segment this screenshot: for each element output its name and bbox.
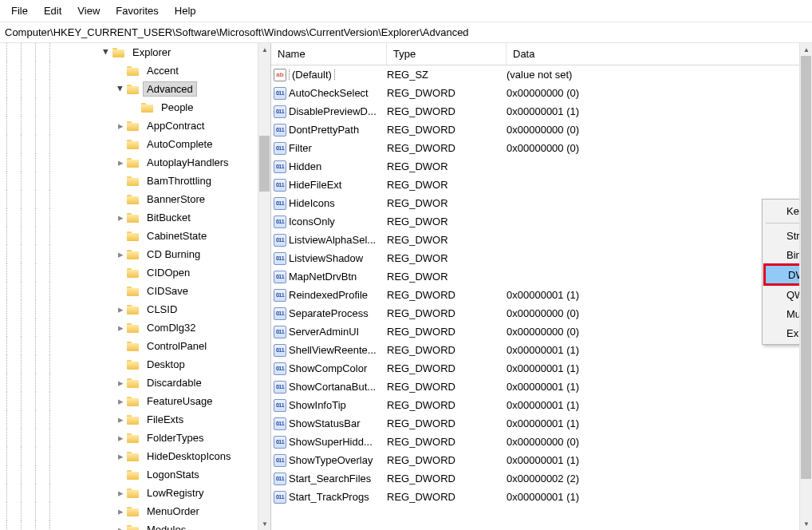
tree-item[interactable]: People <box>0 98 270 117</box>
value-row[interactable]: 011ServerAdminUIREG_DWORD0x00000000 (0) <box>271 322 812 341</box>
tree-item[interactable]: ▸AutoplayHandlers <box>0 153 270 172</box>
tree-item[interactable]: ▸HideDesktopIcons <box>0 447 270 465</box>
value-row[interactable]: 011ShellViewReente...REG_DWORD0x00000001… <box>271 341 812 359</box>
tree-toggle-icon[interactable] <box>115 66 127 75</box>
value-row[interactable]: 011MapNetDrvBtnREG_DWOR <box>271 267 812 286</box>
tree-item[interactable]: ▸FileExts <box>0 410 270 429</box>
scroll-down-icon[interactable]: ▼ <box>800 517 812 530</box>
tree-toggle-icon[interactable]: ▸ <box>115 156 127 168</box>
tree-toggle-icon[interactable]: ▸ <box>115 450 127 462</box>
tree-toggle-icon[interactable] <box>115 195 127 204</box>
tree-toggle-icon[interactable]: ▸ <box>115 303 127 315</box>
tree-toggle-icon[interactable] <box>115 176 127 185</box>
value-row[interactable]: 011SeparateProcessREG_DWORD0x00000000 (0… <box>271 304 812 322</box>
value-row[interactable]: 011ReindexedProfileREG_DWORD0x00000001 (… <box>271 286 812 304</box>
reg-dword-icon: 011 <box>274 473 286 485</box>
tree-item[interactable]: ▸Modules <box>0 520 270 530</box>
tree-toggle-icon[interactable] <box>115 470 127 479</box>
scroll-down-icon[interactable]: ▼ <box>258 517 271 530</box>
tree-toggle-icon[interactable] <box>115 140 127 148</box>
tree-toggle-icon[interactable] <box>115 360 127 369</box>
values-scrollbar[interactable]: ▲ ▼ <box>799 43 812 530</box>
value-row[interactable]: 011FilterREG_DWORD0x00000000 (0) <box>271 139 812 157</box>
tree-item-label: HideDesktopIcons <box>143 449 235 464</box>
tree-toggle-icon[interactable]: ▸ <box>115 505 127 517</box>
tree-item[interactable]: ▸FeatureUsage <box>0 392 270 410</box>
tree-toggle-icon[interactable]: ▸ <box>115 413 127 425</box>
tree-item[interactable]: ControlPanel <box>0 337 270 355</box>
tree-toggle-icon[interactable]: ▸ <box>115 120 127 132</box>
value-row[interactable]: 011ShowTypeOverlayREG_DWORD0x00000001 (1… <box>271 451 812 469</box>
value-row[interactable]: 011ListviewAlphaSel...REG_DWOR <box>271 231 812 249</box>
tree-toggle-icon[interactable]: ▸ <box>115 377 127 389</box>
scrollbar-thumb[interactable] <box>801 56 811 479</box>
value-name: SeparateProcess <box>289 307 387 319</box>
value-name: Filter <box>289 142 387 154</box>
tree-toggle-icon[interactable] <box>115 342 127 350</box>
menu-favorites[interactable]: Favorites <box>109 3 164 18</box>
tree-item[interactable]: CIDSave <box>0 282 270 300</box>
tree-item[interactable]: BannerStore <box>0 190 270 208</box>
tree-item[interactable]: ▸Explorer <box>0 43 270 61</box>
tree-item[interactable]: ▸Advanced <box>0 80 270 98</box>
value-row[interactable]: 011Start_SearchFilesREG_DWORD0x00000002 … <box>271 469 812 488</box>
tree-item[interactable]: CabinetState <box>0 227 270 245</box>
tree-toggle-icon[interactable]: ▸ <box>115 395 127 407</box>
tree-scrollbar[interactable]: ▲ ▼ <box>258 43 270 530</box>
value-row[interactable]: 011AutoCheckSelectREG_DWORD0x00000000 (0… <box>271 84 812 102</box>
tree-item[interactable]: ▸MenuOrder <box>0 502 270 520</box>
menu-edit[interactable]: Edit <box>37 3 68 18</box>
tree-toggle-icon[interactable]: ▸ <box>115 83 127 95</box>
tree-item[interactable]: ▸BitBucket <box>0 208 270 227</box>
tree-item[interactable]: ▸LowRegistry <box>0 484 270 502</box>
tree-toggle-icon[interactable]: ▸ <box>101 46 112 58</box>
tree-toggle-icon[interactable]: ▸ <box>115 212 127 223</box>
scrollbar-thumb[interactable] <box>259 136 270 192</box>
column-name[interactable]: Name <box>271 43 387 65</box>
tree-toggle-icon[interactable]: ▸ <box>115 432 127 444</box>
value-row[interactable]: 011IconsOnlyREG_DWOR <box>271 212 812 231</box>
value-row[interactable]: 011HideIconsREG_DWOR <box>271 194 812 212</box>
tree-item[interactable]: Desktop <box>0 355 270 374</box>
address-bar[interactable]: Computer\HKEY_CURRENT_USER\Software\Micr… <box>0 22 812 43</box>
value-row[interactable]: 011HideFileExtREG_DWOR <box>271 176 812 194</box>
tree-item[interactable]: ▸CLSID <box>0 300 270 318</box>
column-data[interactable]: Data <box>507 43 812 65</box>
tree-item[interactable]: ▸Discardable <box>0 374 270 392</box>
tree-toggle-icon[interactable]: ▸ <box>115 248 127 260</box>
value-row[interactable]: 011DontPrettyPathREG_DWORD0x00000000 (0) <box>271 121 812 139</box>
value-row[interactable]: 011DisablePreviewD...REG_DWORD0x00000001… <box>271 102 812 121</box>
tree-item[interactable]: ▸ComDlg32 <box>0 318 270 337</box>
folder-icon <box>127 83 140 96</box>
value-row[interactable]: 011HiddenREG_DWOR <box>271 157 812 176</box>
value-row[interactable]: 011ShowStatusBarREG_DWORD0x00000001 (1) <box>271 414 812 433</box>
tree-item[interactable]: ▸CD Burning <box>0 245 270 263</box>
tree-toggle-icon[interactable] <box>115 231 127 240</box>
tree-item[interactable]: LogonStats <box>0 465 270 484</box>
tree-toggle-icon[interactable] <box>115 287 127 295</box>
value-row[interactable]: 011ShowSuperHidd...REG_DWORD0x00000000 (… <box>271 433 812 451</box>
tree-item[interactable]: AutoComplete <box>0 135 270 153</box>
value-row[interactable]: 011ListviewShadowREG_DWOR <box>271 249 812 267</box>
menu-view[interactable]: View <box>71 3 106 18</box>
tree-item[interactable]: Accent <box>0 61 270 80</box>
tree-toggle-icon[interactable]: ▸ <box>115 487 127 499</box>
tree-item[interactable]: ▸AppContract <box>0 117 270 135</box>
tree-toggle-icon[interactable] <box>129 103 141 112</box>
menu-file[interactable]: File <box>5 3 34 18</box>
column-type[interactable]: Type <box>387 43 507 65</box>
value-row[interactable]: 011ShowCompColorREG_DWORD0x00000001 (1) <box>271 359 812 378</box>
tree-toggle-icon[interactable]: ▸ <box>115 322 127 334</box>
tree-item[interactable]: BamThrottling <box>0 172 270 190</box>
tree-toggle-icon[interactable]: ▸ <box>115 524 127 530</box>
tree-toggle-icon[interactable] <box>115 268 127 277</box>
value-row[interactable]: 011ShowCortanaBut...REG_DWORD0x00000001 … <box>271 378 812 396</box>
scroll-up-icon[interactable]: ▲ <box>258 43 271 56</box>
menu-help[interactable]: Help <box>168 3 203 18</box>
scroll-up-icon[interactable]: ▲ <box>800 43 812 56</box>
value-row[interactable]: ab(Default)REG_SZ(value not set) <box>271 65 812 84</box>
tree-item[interactable]: ▸FolderTypes <box>0 429 270 447</box>
tree-item[interactable]: CIDOpen <box>0 263 270 282</box>
value-row[interactable]: 011Start_TrackProgsREG_DWORD0x00000001 (… <box>271 488 812 506</box>
value-row[interactable]: 011ShowInfoTipREG_DWORD0x00000001 (1) <box>271 396 812 414</box>
